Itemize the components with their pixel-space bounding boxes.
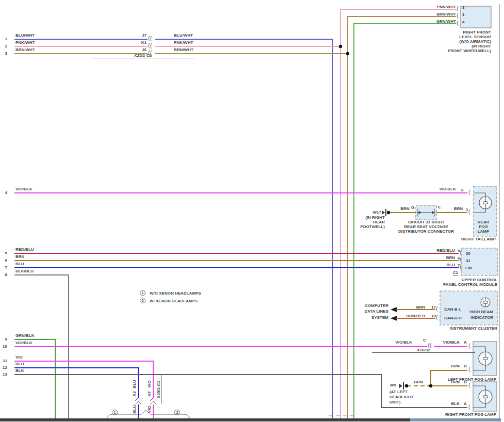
sensor-caption-4: (IN RIGHT [472,44,491,48]
inline-connector: (( [148,43,152,48]
datalines-caption-3: SYSTEM [371,315,388,320]
cluster-wire-17: BRN [416,305,425,310]
highbeam-text-1: HIGH BEAM [469,310,493,314]
rightfog-pin-a: A [464,401,467,406]
instrument-cluster-label: INSTRUMENT CLUSTER [450,326,497,331]
w17-brn-label: BRN [353,206,457,211]
pin-connector: ( [460,250,462,255]
wire-11-name: VIO [15,355,23,360]
wire-7-num: 7 [5,265,7,270]
module-caption-2: PANEL CONTROL MODULE [443,282,497,287]
sensor-pin-1: 1 [462,12,464,17]
w9-caption-2: HEADLIGHT [389,395,414,399]
sensor-pin-3: 3 [462,5,464,10]
w9-caption-3: UNIT) [389,400,400,404]
wire-4-name: VIO/BLK [15,187,32,191]
wire-8-num: 8 [5,272,7,277]
pin-connector: ( [468,343,470,348]
sensor-caption-3: (W/O AIRMATIC) [459,39,491,44]
wire-7-name: BLU [15,262,24,266]
cluster-term-canbl: CAN-B L [444,307,461,312]
wire-4-num: 4 [5,190,7,195]
pin-connector: ( [457,13,459,18]
rearfog-pin-1: 1 [466,207,468,212]
wire-3-num: 3 [5,51,7,56]
pin-connector: ( [460,264,462,269]
inline-connector: (( [428,343,431,348]
distributor-pin-e: E [438,205,441,209]
connector-x25-2-c1: X25/2-C1 [156,375,161,404]
x26-pin-c: C [423,338,426,343]
connector-x26-32: X26/32 [372,348,475,353]
legend-circle-2: 2 [140,298,145,303]
wire-10-num: 10 [3,344,7,349]
sensor-wire-grn: GRN/WHT [436,19,456,24]
rightfog-wire-b: BRN [451,380,460,384]
wire-9-num: 9 [5,337,7,342]
pin-connector: ( [436,306,438,311]
conn-pin-k1: K1 [141,40,147,45]
w17-caption-1: (IN RIGHT [365,215,385,220]
inline-connector: (( [148,50,152,55]
module-wire-7: BLU [447,263,455,267]
datalines-caption-2: DATA LINES [364,309,388,314]
wire-2-name-right: PNK/WHT [174,40,193,45]
wire-6-num: 6 [5,258,7,263]
module-caption-1: UPPER CONTROL [462,278,497,282]
pnk-wht-riser [340,9,456,418]
module-conn-c1: C1 [453,270,458,275]
wire-3-name-right: BRN/WHT [174,47,193,52]
wire-5-num: 5 [5,251,7,255]
sensor-caption-1: RIGHT FRONT [463,30,491,35]
pin-connector: ( [436,315,438,320]
legend-circle-1: 1 [140,290,145,296]
pin-connector: ( [468,209,470,214]
connector-x25-2-c2: X25/2-C2 [91,53,194,58]
rightfog-pin-b: B [464,380,467,384]
legend-text-2: W/ XENON HEADLAMPS [150,299,198,303]
junction-dot [387,211,390,214]
wire-12-num: 12 [3,365,7,370]
rearfog-text-2: FOG [432,224,504,229]
pin-connector: ( [468,404,470,409]
legend-text-1: W/O XENON HEADLAMPS [150,291,201,296]
rearfog-brn-label: BRN [454,206,463,211]
cluster-pin-17: 17 [431,305,436,310]
wire-2-num: 2 [5,44,7,48]
rightfog-wire-a: BLK [451,401,460,406]
right-front-level-sensor [461,6,491,28]
distributor-pin-g: G [411,205,414,210]
rearfog-text-3: LAMP [432,229,504,234]
wire-8-name: BLK/BLU [15,269,34,273]
leftfog-pin-a: A [464,340,467,345]
w17-ground-arrow [382,210,385,215]
wire-13-name: BLK [15,368,24,373]
brn-wht-riser [348,17,456,418]
option-circle-2: 2 [174,410,180,415]
rearfog-pin-6: 6 [461,188,463,192]
rightfog-label: RIGHT FRONT FOG LAMP [445,412,496,417]
wire-12-blu-upper [14,368,138,398]
wire-6-name: BRN [15,254,24,259]
wiring-diagram-page: BLU/WHTPNK/WHTBRN/WHTVIO/BLKRED/BLUBRNBL… [0,0,504,422]
w9-ground-arrow [399,384,402,388]
wire-2-name: PNK/WHT [15,40,35,45]
junction-dot [339,45,342,48]
leftfog-wire-a: VIO/BLK [443,340,460,345]
rearfog-wire-label: VIO/BLK [440,187,456,191]
bottom-blu-lower: BLU [132,395,137,422]
bottom-vio-lower: VIO [147,395,152,422]
module-wire-6: BRN [446,255,455,260]
wire-12-name: BLU [15,362,24,366]
module-wire-5: RED/BLU [436,248,455,253]
cluster-pin-18: 18 [431,314,436,318]
highbeam-text-2: INDICATOR [470,315,493,320]
pin-connector: ( [457,6,459,11]
pin-connector: ( [457,20,459,25]
inline-connector: (( [148,36,152,41]
cluster-term-canbh: CAN-B H [444,316,462,320]
sensor-pin-4: 4 [462,20,464,24]
leftfog-pin-b: B [464,364,467,368]
wire-1-name: BLU/WHT [15,33,35,38]
junction-dot [405,384,408,387]
